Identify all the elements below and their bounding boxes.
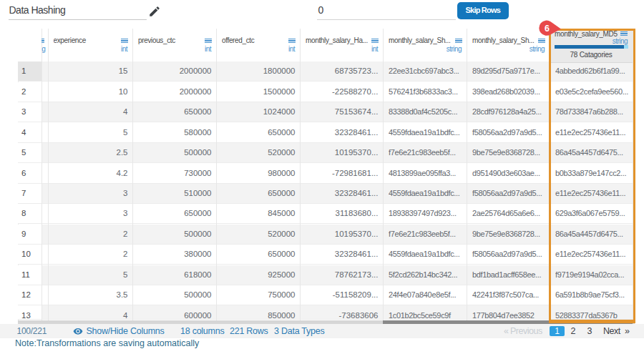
svg-text:6: 6 (545, 24, 550, 34)
